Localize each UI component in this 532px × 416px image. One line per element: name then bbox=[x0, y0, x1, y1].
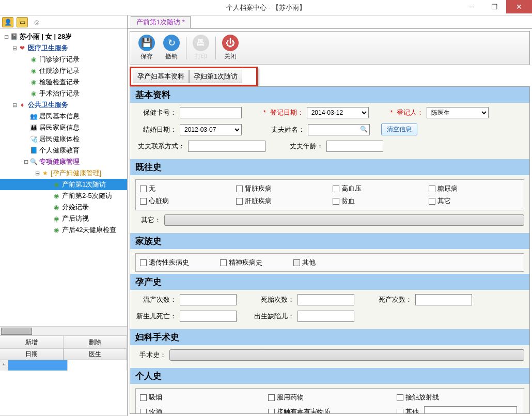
check-item[interactable]: 遗传性疾病史 bbox=[140, 258, 189, 267]
print-button[interactable]: 🖶打印 bbox=[189, 35, 213, 61]
check-item[interactable]: 饮酒 bbox=[140, 406, 263, 414]
tree-hscroll[interactable] bbox=[0, 326, 127, 335]
check-item[interactable]: 吸烟 bbox=[140, 393, 263, 402]
grid-col-date[interactable]: 日期 bbox=[0, 349, 64, 360]
delete-button[interactable]: 删除 bbox=[64, 336, 127, 348]
tree-item[interactable]: ◉住院诊疗记录 bbox=[0, 65, 127, 76]
close-button[interactable]: ⏻关闭 bbox=[218, 35, 243, 61]
still-input[interactable] bbox=[415, 294, 472, 305]
card-input[interactable] bbox=[180, 107, 242, 118]
tree-group-medical[interactable]: ⊟❤医疗卫生服务 bbox=[0, 42, 127, 54]
dead-label: 死胎次数： bbox=[253, 295, 294, 304]
tree-item[interactable]: ◉门诊诊疗记录 bbox=[0, 54, 127, 65]
add-button[interactable]: 新增 bbox=[0, 336, 64, 348]
form-scroll-area: 基本资料 保健卡号： * 登记日期： 2014-03-12 * 登记人： 陈医生… bbox=[130, 86, 530, 414]
person-icon[interactable]: 👤 bbox=[2, 17, 13, 27]
undo-button[interactable]: ↻撤销 bbox=[159, 35, 184, 61]
regby-select[interactable]: 陈医生 bbox=[427, 107, 489, 118]
tab-basic-info[interactable]: 孕产妇基本资料 bbox=[133, 70, 189, 83]
regby-label: 登记人： bbox=[397, 108, 424, 117]
tree-item-selected[interactable]: ◉产前第1次随访 bbox=[0, 179, 127, 190]
document-tab-bar: 产前第1次随访 * bbox=[128, 16, 532, 29]
tree-item[interactable]: ◉手术治疗记录 bbox=[0, 88, 127, 99]
sidebar-toolbar: 👤 ▭ ◎ bbox=[0, 16, 127, 29]
grid-col-doctor[interactable]: 医生 bbox=[64, 349, 127, 360]
fingerprint-icon[interactable]: ◎ bbox=[31, 17, 42, 27]
sidebar-buttons: 新增 删除 bbox=[0, 335, 127, 349]
check-item[interactable]: 贫血 bbox=[333, 196, 424, 206]
content-pane: 产前第1次随访 * 💾保存 ↻撤销 🖶打印 ⏻关闭 孕产妇基本资料 孕妇第1次随… bbox=[128, 16, 532, 416]
other-input[interactable] bbox=[164, 214, 524, 226]
tree-item[interactable]: ◉产后42天健康检查 bbox=[0, 224, 127, 236]
check-item[interactable]: 服用药物 bbox=[268, 393, 391, 402]
save-button[interactable]: 💾保存 bbox=[134, 35, 159, 61]
abort-label: 流产次数： bbox=[135, 295, 177, 304]
window-title: 个人档案中心 - 【苏小雨】 bbox=[226, 3, 306, 12]
form-tabs-highlighted: 孕产妇基本资料 孕妇第1次随访 bbox=[130, 67, 258, 86]
tree-item[interactable]: 👪居民家庭信息 bbox=[0, 122, 127, 133]
check-item[interactable]: 其他 bbox=[397, 406, 520, 414]
husband-age-label: 丈夫年龄： bbox=[282, 142, 323, 151]
regdate-select[interactable]: 2014-03-12 bbox=[307, 107, 369, 118]
tree-item[interactable]: 🩺居民健康体检 bbox=[0, 133, 127, 145]
defect-input[interactable] bbox=[298, 311, 354, 322]
check-item[interactable]: 其它 bbox=[429, 196, 520, 206]
personal-other-input[interactable] bbox=[424, 406, 517, 414]
dead-input[interactable] bbox=[298, 294, 354, 305]
document-tab[interactable]: 产前第1次随访 * bbox=[131, 16, 191, 28]
still-label: 死产次数： bbox=[371, 295, 412, 304]
check-item[interactable]: 接触有毒有害物质 bbox=[268, 406, 391, 414]
surgery-input[interactable] bbox=[169, 349, 524, 361]
grid-cell[interactable] bbox=[68, 360, 127, 371]
husband-label: 丈夫姓名： bbox=[263, 125, 305, 134]
check-item[interactable]: 肝脏疾病 bbox=[236, 196, 327, 206]
clear-button[interactable]: 清空信息 bbox=[381, 124, 417, 135]
tree-item[interactable]: ◉产后访视 bbox=[0, 213, 127, 224]
husband-age-input[interactable] bbox=[326, 141, 383, 152]
section-preg-header: 孕产史 bbox=[130, 274, 529, 290]
marry-select[interactable]: 2012-03-07 bbox=[180, 124, 242, 135]
tree-item[interactable]: ◉检验检查记录 bbox=[0, 76, 127, 88]
required-icon: * bbox=[263, 109, 266, 116]
minimize-button[interactable]: ─ bbox=[460, 0, 483, 13]
tree-item[interactable]: 👥居民基本信息 bbox=[0, 111, 127, 122]
section-surgery-header: 妇科手术史 bbox=[130, 329, 529, 345]
section-family-header: 家族史 bbox=[130, 233, 529, 249]
tree-group-pregnancy[interactable]: ⊟★[孕产妇健康管理] bbox=[0, 167, 127, 179]
check-item[interactable]: 无 bbox=[140, 184, 231, 193]
check-item[interactable]: 精神疾病史 bbox=[220, 258, 262, 267]
grid-row[interactable]: * bbox=[0, 360, 127, 371]
tree-root[interactable]: ⊟📓苏小雨 | 女 | 28岁 bbox=[0, 31, 127, 42]
newborn-input[interactable] bbox=[180, 311, 237, 322]
regdate-label: 登记日期： bbox=[270, 108, 304, 117]
check-item[interactable]: 肾脏疾病 bbox=[236, 184, 327, 193]
required-icon: * bbox=[390, 109, 393, 116]
sidebar: 👤 ▭ ◎ ⊟📓苏小雨 | 女 | 28岁 ⊟❤医疗卫生服务 ◉门诊诊疗记录 ◉… bbox=[0, 16, 128, 416]
surgery-label: 手术史： bbox=[135, 350, 166, 360]
tree-item[interactable]: ◉产前第2-5次随访 bbox=[0, 190, 127, 202]
close-window-button[interactable]: ✕ bbox=[506, 0, 532, 13]
check-item[interactable]: 其他 bbox=[293, 258, 316, 267]
titlebar: 个人档案中心 - 【苏小雨】 ─ ☐ ✕ bbox=[0, 0, 532, 16]
maximize-button[interactable]: ☐ bbox=[483, 0, 506, 13]
tree-group-special[interactable]: ⊟🔍专项健康管理 bbox=[0, 156, 127, 167]
section-history-header: 既往史 bbox=[130, 159, 529, 175]
husband-phone-input[interactable] bbox=[188, 141, 265, 152]
toolbar: 💾保存 ↻撤销 🖶打印 ⏻关闭 bbox=[130, 32, 529, 65]
check-item[interactable]: 接触放射线 bbox=[397, 393, 520, 402]
search-icon[interactable]: 🔍 bbox=[360, 126, 368, 133]
grid-cell[interactable] bbox=[8, 360, 68, 371]
check-item[interactable]: 高血压 bbox=[333, 184, 424, 193]
abort-input[interactable] bbox=[180, 294, 237, 305]
history-checks: 无 肾脏疾病 高血压 糖尿病 心脏病 肝脏疾病 贫血 其它 bbox=[135, 179, 524, 210]
tab-first-visit[interactable]: 孕妇第1次随访 bbox=[189, 70, 242, 83]
check-item[interactable]: 糖尿病 bbox=[429, 184, 520, 193]
window-controls: ─ ☐ ✕ bbox=[460, 0, 532, 13]
tree-group-public[interactable]: ⊟♦公共卫生服务 bbox=[0, 99, 127, 111]
grid-body: * bbox=[0, 360, 127, 416]
card-icon[interactable]: ▭ bbox=[17, 17, 28, 27]
tree-item[interactable]: 📘个人健康教育 bbox=[0, 145, 127, 156]
check-item[interactable]: 心脏病 bbox=[140, 196, 231, 206]
section-personal-header: 个人史 bbox=[130, 368, 529, 384]
tree-item[interactable]: ◉分娩记录 bbox=[0, 202, 127, 213]
